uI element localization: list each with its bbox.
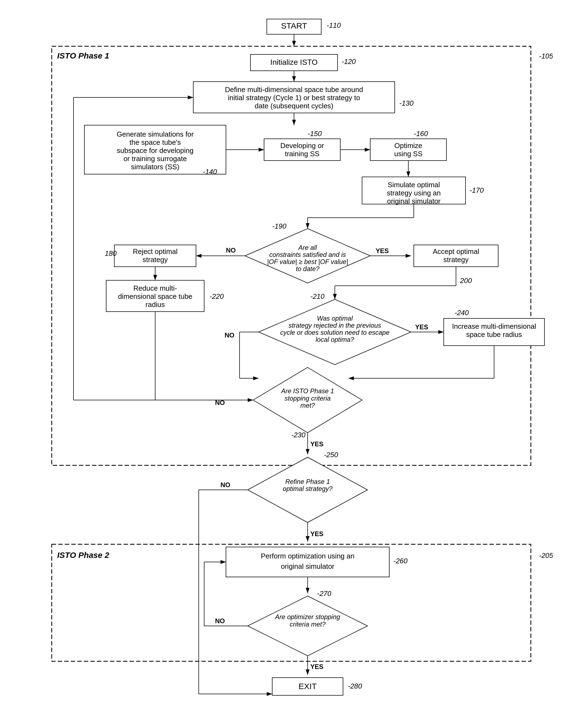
- sim-label2: strategy using an: [387, 189, 441, 197]
- define-label1: Define multi-dimensional space tube arou…: [225, 85, 363, 94]
- accept-label2: strategy: [443, 256, 469, 264]
- no-label-optq: NO: [215, 617, 225, 625]
- yes-label-refine: YES: [310, 530, 323, 538]
- ref-240: -240: [455, 309, 469, 317]
- constraint-label4: to date?: [296, 265, 320, 273]
- gen-label2: the space tube's: [130, 138, 181, 146]
- ref-220: -220: [210, 292, 224, 300]
- inc-label2: space tube radius: [466, 330, 522, 339]
- exit-label: EXIT: [299, 682, 317, 691]
- optss-label2: using SS: [394, 150, 422, 158]
- ref-260: -260: [393, 557, 408, 565]
- reduce-label1: Reduce multi-: [133, 284, 177, 292]
- gen-label5: simulators (SS): [131, 163, 180, 171]
- constraint-label2: constraints satisfied and is: [269, 251, 346, 258]
- ref-130: -130: [399, 99, 414, 107]
- reduce-label3: radius: [146, 300, 165, 309]
- stop1-label3: met?: [300, 402, 315, 409]
- sim-label1: Simulate optimal: [387, 181, 440, 189]
- no-label-constraints: NO: [226, 246, 236, 254]
- yes-label-wasrej: YES: [415, 323, 428, 331]
- accept-label1: Accept optimal: [433, 247, 479, 256]
- wasrej-label1: Was optimal: [317, 314, 353, 322]
- ref-170: -170: [469, 186, 484, 194]
- ref-110: -110: [327, 21, 341, 29]
- ref-105: -105: [539, 52, 553, 60]
- ref-230: -230: [291, 431, 306, 439]
- ref-140: -140: [203, 168, 217, 176]
- gen-label1: Generate simulations for: [117, 130, 194, 138]
- no-label-stop1: NO: [215, 399, 225, 406]
- no-label-wasrej: NO: [225, 331, 234, 339]
- reject-label1: Reject optimal: [133, 247, 178, 256]
- yes-label-stop1: YES: [310, 440, 323, 448]
- ref-160: -160: [414, 130, 428, 138]
- reduce-label2: dimensional space tube: [118, 292, 192, 300]
- perform-box: [226, 547, 389, 577]
- phase1-label: ISTO Phase 1: [57, 51, 109, 60]
- perform-label2: original simulator: [281, 562, 335, 570]
- ref-180: 180: [105, 249, 117, 257]
- ref-280: -280: [348, 682, 362, 690]
- ref-150: -150: [308, 130, 322, 138]
- ref-200: 200: [460, 277, 472, 285]
- diagram-container: START -110 ISTO Phase 1 -105 Initialize …: [35, 11, 553, 713]
- ref-120: -120: [342, 58, 356, 66]
- constraint-label3: |OF value| ≥ best |OF value|: [267, 258, 348, 265]
- perform-label1: Perform optimization using an: [261, 552, 354, 560]
- ref-205: -205: [539, 551, 553, 560]
- gen-label4: or training surrogate: [124, 155, 187, 163]
- optq-label1: Are optimizer stopping: [275, 613, 340, 621]
- start-label: START: [281, 21, 307, 30]
- define-label3: date (subsequent cycles): [254, 102, 333, 110]
- yes-label-constraints: YES: [376, 247, 389, 255]
- constraint-label1: Are all: [298, 244, 317, 251]
- flowchart-svg: START -110 ISTO Phase 1 -105 Initialize …: [35, 11, 553, 713]
- ref-210: -210: [310, 292, 325, 300]
- phase2-label: ISTO Phase 2: [57, 550, 109, 560]
- yes-label-optq: YES: [310, 663, 323, 670]
- inc-label1: Increase multi-dimensional: [452, 322, 536, 330]
- stop1-label2: stopping criteria: [285, 395, 331, 402]
- optss-label1: Optimize: [395, 142, 422, 150]
- reject-label2: strategy: [143, 256, 168, 264]
- ref-270: -270: [317, 589, 332, 598]
- ref-190: -190: [272, 222, 287, 230]
- wasrej-label4: local optima?: [315, 336, 354, 343]
- refine-label2: optimal strategy?: [283, 485, 333, 492]
- init-label: Initialize ISTO: [270, 58, 318, 66]
- dev-label1: Developing or: [280, 142, 324, 150]
- stop1-label1: Are ISTO Phase 1: [281, 387, 334, 395]
- no-label-refine: NO: [220, 481, 230, 489]
- sim-label3: original simulator: [387, 197, 441, 205]
- wasrej-label3: cycle or does solution need to escape: [280, 329, 390, 336]
- dev-label2: training SS: [285, 150, 319, 158]
- define-label2: initial strategy (Cycle 1) or best strat…: [228, 94, 360, 102]
- wasrej-label2: strategy rejected in the previous: [289, 322, 381, 329]
- optq-label2: criteria met?: [290, 621, 326, 628]
- gen-label3: subspace for developing: [117, 146, 193, 155]
- refine-label1: Refine Phase 1: [285, 478, 330, 485]
- ref-250: -250: [324, 451, 338, 459]
